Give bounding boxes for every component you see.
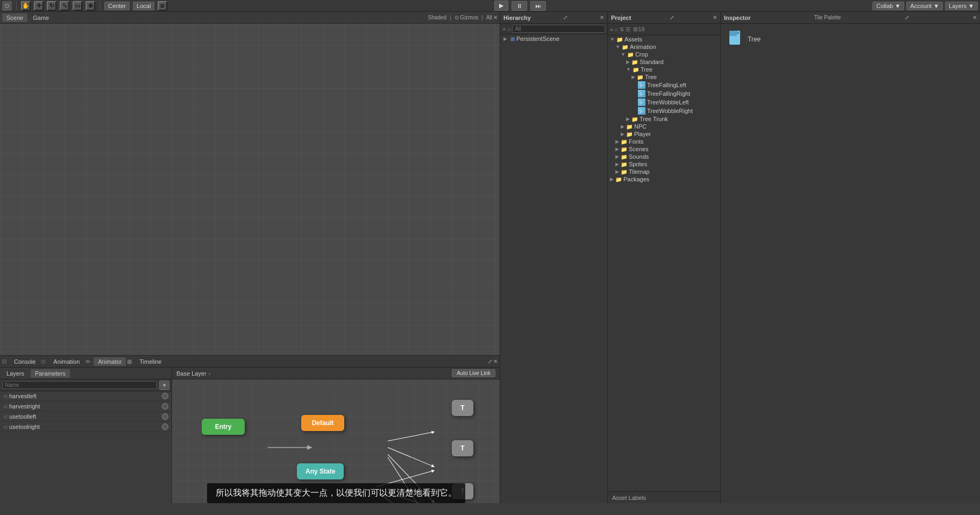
tab-timeline[interactable]: Timeline: [135, 357, 166, 366]
animation-folder-icon: 📁: [622, 44, 628, 50]
animator-icon: ≫: [85, 358, 90, 364]
scene-view[interactable]: [0, 24, 500, 355]
move-tool[interactable]: ✛: [34, 1, 44, 11]
packages-expand: ▶: [610, 177, 614, 182]
param-harvestleft[interactable]: ◁ harvestleft: [0, 391, 172, 401]
project-tree-trunk[interactable]: ▶ 📁 Tree Trunk: [608, 115, 720, 123]
subtitle: 所以我将其拖动使其变大一点，以便我们可以更清楚地看到它。: [207, 483, 465, 503]
param-usetoolright[interactable]: ◁ usetoolright: [0, 422, 172, 432]
param-circle-harvestright[interactable]: [162, 403, 168, 410]
project-tree-folder[interactable]: ▼ 📁 Tree: [608, 66, 720, 73]
tilemap-expand: ▶: [615, 169, 619, 174]
hierarchy-toolbar: + ⌕: [500, 24, 607, 34]
play-button[interactable]: ▶: [494, 1, 508, 11]
shading-dropdown[interactable]: Shaded: [428, 15, 446, 20]
anystate-node[interactable]: Any State: [297, 463, 344, 479]
project-tilemap[interactable]: ▶ 📁 Tilemap: [608, 168, 720, 175]
rect-tool[interactable]: ▭: [73, 1, 82, 11]
grid-toggle[interactable]: ⊞: [158, 1, 167, 11]
inspector-maximize[interactable]: ⤢: [905, 15, 909, 20]
inspector-close[interactable]: ✕: [972, 15, 977, 20]
project-npc[interactable]: ▶ 📁 NPC: [608, 123, 720, 130]
scene-icon: ⊞: [510, 36, 515, 42]
svg-rect-9: [729, 31, 737, 36]
base-layer-label[interactable]: Base Layer: [176, 370, 207, 377]
project-scenes[interactable]: ▶ 📁 Scenes: [608, 145, 720, 153]
tab-layers[interactable]: Layers: [2, 369, 29, 378]
param-usetoolleft[interactable]: ◁ usetoolleft: [0, 412, 172, 422]
entry-node[interactable]: Entry: [202, 419, 245, 435]
tab-animation[interactable]: Animation: [49, 357, 84, 366]
project-sounds[interactable]: ▶ 📁 Sounds: [608, 153, 720, 160]
overlay-btn[interactable]: All: [486, 15, 492, 20]
hierarchy-close[interactable]: ✕: [600, 15, 604, 20]
auto-live-link-button[interactable]: Auto Live Link: [452, 369, 495, 377]
account-button[interactable]: Account ▼: [906, 2, 943, 10]
close-scene-btn[interactable]: ✕: [493, 15, 498, 20]
rotate-tool[interactable]: ↻: [47, 1, 56, 11]
project-animation[interactable]: ▼ 📁 Animation: [608, 43, 720, 51]
sounds-folder-icon: 📁: [621, 154, 627, 160]
hand-tool[interactable]: ✋: [21, 1, 31, 11]
project-player[interactable]: ▶ 📁 Player: [608, 130, 720, 138]
project-maximize[interactable]: ⤢: [670, 15, 674, 20]
project-standard[interactable]: ▶ 📁 Standard: [608, 58, 720, 66]
standard-expand: ▶: [626, 59, 630, 65]
param-circle-harvestleft[interactable]: [162, 393, 168, 399]
gizmos-btn[interactable]: ⊙ Gizmos: [455, 15, 479, 20]
project-packages[interactable]: ▶ 📁 Packages: [608, 175, 720, 183]
project-tree-anim[interactable]: ▶ 📁 Tree: [608, 73, 720, 81]
hierarchy-header: Hierarchy ⤢ ✕: [500, 12, 607, 24]
step-button[interactable]: ⏭: [530, 1, 546, 11]
hierarchy-add-btn[interactable]: +: [502, 26, 506, 32]
scene-area: Scene Game Shaded | ⊙ Gizmos | All ✕ ⊡ C…: [0, 12, 500, 503]
add-param-button[interactable]: +: [159, 380, 169, 390]
sep2: [100, 2, 100, 10]
project-tree-falling-right[interactable]: ▷ TreeFallingRight: [608, 89, 720, 98]
hierarchy-panel: Hierarchy ⤢ ✕ + ⌕ ▶ ⊞ PersistentScene: [500, 12, 608, 503]
param-harvestright[interactable]: ◁ harvestright: [0, 401, 172, 412]
tab-game[interactable]: Game: [29, 13, 53, 22]
tab-scene[interactable]: Scene: [2, 13, 27, 22]
tile-palette-tab-btn[interactable]: Tile Palette: [814, 15, 841, 20]
project-tree-wobble-right[interactable]: ▷ TreeWobbleRight: [608, 107, 720, 115]
gray-node-1[interactable]: T: [452, 400, 473, 416]
hierarchy-item-label: PersistentScene: [516, 36, 559, 42]
hierarchy-search[interactable]: [512, 25, 605, 33]
twr-label: TreeWobbleRight: [647, 108, 693, 114]
tab-animator[interactable]: Animator: [94, 357, 126, 366]
trunk-folder-icon: 📁: [631, 116, 638, 122]
project-sprites[interactable]: ▶ 📁 Sprites: [608, 160, 720, 168]
tab-console[interactable]: Console: [10, 357, 40, 366]
project-tree-wobble-left[interactable]: ▷ TreeWobbleLeft: [608, 98, 720, 107]
hierarchy-maximize[interactable]: ⤢: [563, 15, 567, 20]
gray-node-2[interactable]: T: [452, 440, 473, 456]
project-sort-icon: ⇅: [620, 26, 624, 32]
sep: |: [450, 15, 451, 20]
transform-tool[interactable]: ⊕: [86, 1, 95, 11]
animator-right[interactable]: Base Layer › Auto Live Link: [172, 368, 500, 503]
collab-button[interactable]: Collab ▼: [872, 2, 904, 10]
params-search-input[interactable]: [2, 381, 157, 389]
project-crop[interactable]: ▼ 📁 Crop: [608, 51, 720, 58]
param-circle-usetoolleft[interactable]: [162, 413, 168, 420]
center-button[interactable]: Center: [104, 2, 130, 10]
tilemap-label: Tilemap: [629, 168, 650, 175]
default-node[interactable]: Default: [301, 415, 344, 431]
pause-button[interactable]: ⏸: [512, 1, 527, 11]
project-fonts[interactable]: ▶ 📁 Fonts: [608, 138, 720, 145]
tab-parameters[interactable]: Parameters: [31, 369, 70, 378]
project-close[interactable]: ✕: [713, 15, 717, 20]
close-animator-btn[interactable]: ✕: [493, 358, 498, 364]
project-add-btn[interactable]: +: [610, 26, 613, 33]
project-tree-falling-left[interactable]: ▷ TreeFallingLeft: [608, 81, 720, 89]
layers-button[interactable]: Layers ▼: [945, 2, 978, 10]
project-assets[interactable]: ▼ 📁 Assets: [608, 36, 720, 43]
unity-logo: ⬡: [2, 1, 12, 11]
project-file-count: ⊞18: [633, 26, 644, 33]
hierarchy-persistent-scene[interactable]: ▶ ⊞ PersistentScene: [500, 34, 607, 43]
local-button[interactable]: Local: [133, 2, 154, 10]
maximize-animator-btn[interactable]: ⤢: [488, 358, 492, 364]
scale-tool[interactable]: ⤡: [60, 1, 69, 11]
param-circle-usetoolright[interactable]: [162, 424, 168, 430]
